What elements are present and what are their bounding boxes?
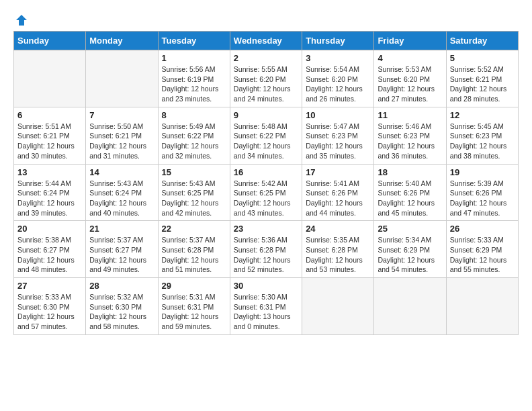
day-info: Sunrise: 5:33 AM Sunset: 6:30 PM Dayligh…: [17, 292, 82, 332]
day-number: 12: [450, 110, 515, 120]
day-number: 17: [306, 167, 370, 177]
header-monday: Monday: [86, 32, 158, 50]
day-info: Sunrise: 5:48 AM Sunset: 6:22 PM Dayligh…: [234, 122, 298, 161]
day-info: Sunrise: 5:37 AM Sunset: 6:28 PM Dayligh…: [162, 235, 226, 275]
day-number: 23: [234, 224, 298, 234]
day-number: 18: [378, 167, 442, 177]
calendar-week-5: 27Sunrise: 5:33 AM Sunset: 6:30 PM Dayli…: [14, 278, 519, 335]
logo: [13, 13, 30, 24]
day-number: 28: [89, 281, 154, 291]
day-info: Sunrise: 5:54 AM Sunset: 6:20 PM Dayligh…: [306, 64, 370, 104]
day-number: 2: [234, 53, 298, 63]
day-info: Sunrise: 5:51 AM Sunset: 6:21 PM Dayligh…: [17, 122, 82, 161]
page-header: [13, 13, 519, 24]
day-number: 10: [306, 110, 370, 120]
day-number: 21: [89, 224, 154, 234]
day-info: Sunrise: 5:56 AM Sunset: 6:19 PM Dayligh…: [162, 64, 226, 104]
day-info: Sunrise: 5:36 AM Sunset: 6:28 PM Dayligh…: [234, 235, 298, 275]
day-number: 30: [234, 281, 298, 291]
calendar-cell: 5Sunrise: 5:52 AM Sunset: 6:21 PM Daylig…: [446, 50, 518, 107]
calendar-cell: 9Sunrise: 5:48 AM Sunset: 6:22 PM Daylig…: [230, 107, 302, 164]
day-info: Sunrise: 5:32 AM Sunset: 6:30 PM Dayligh…: [89, 292, 154, 332]
day-number: 4: [378, 53, 442, 63]
day-info: Sunrise: 5:49 AM Sunset: 6:22 PM Dayligh…: [162, 122, 226, 161]
day-info: Sunrise: 5:52 AM Sunset: 6:21 PM Dayligh…: [450, 64, 515, 104]
day-info: Sunrise: 5:39 AM Sunset: 6:26 PM Dayligh…: [450, 179, 515, 218]
day-info: Sunrise: 5:50 AM Sunset: 6:21 PM Dayligh…: [89, 122, 154, 161]
day-info: Sunrise: 5:38 AM Sunset: 6:27 PM Dayligh…: [17, 235, 82, 275]
day-info: Sunrise: 5:46 AM Sunset: 6:23 PM Dayligh…: [378, 122, 442, 161]
day-number: 16: [234, 167, 298, 177]
calendar-cell: 12Sunrise: 5:45 AM Sunset: 6:23 PM Dayli…: [446, 107, 518, 164]
calendar-cell: 3Sunrise: 5:54 AM Sunset: 6:20 PM Daylig…: [302, 50, 374, 107]
calendar-cell: [86, 50, 158, 107]
day-info: Sunrise: 5:43 AM Sunset: 6:24 PM Dayligh…: [89, 179, 154, 218]
calendar-cell: 24Sunrise: 5:35 AM Sunset: 6:28 PM Dayli…: [302, 221, 374, 278]
day-number: 29: [162, 281, 226, 291]
calendar-header-row: SundayMondayTuesdayWednesdayThursdayFrid…: [14, 32, 519, 50]
day-number: 13: [17, 167, 82, 177]
day-number: 11: [378, 110, 442, 120]
calendar-cell: 19Sunrise: 5:39 AM Sunset: 6:26 PM Dayli…: [446, 164, 518, 221]
header-tuesday: Tuesday: [158, 32, 230, 50]
calendar-cell: 20Sunrise: 5:38 AM Sunset: 6:27 PM Dayli…: [14, 221, 86, 278]
day-number: 1: [162, 53, 226, 63]
header-saturday: Saturday: [446, 32, 518, 50]
day-info: Sunrise: 5:33 AM Sunset: 6:29 PM Dayligh…: [450, 235, 515, 275]
calendar-cell: 10Sunrise: 5:47 AM Sunset: 6:23 PM Dayli…: [302, 107, 374, 164]
calendar-cell: 1Sunrise: 5:56 AM Sunset: 6:19 PM Daylig…: [158, 50, 230, 107]
day-number: 15: [162, 167, 226, 177]
day-info: Sunrise: 5:55 AM Sunset: 6:20 PM Dayligh…: [234, 64, 298, 104]
day-number: 8: [162, 110, 226, 120]
calendar-cell: [446, 278, 518, 335]
day-number: 27: [17, 281, 82, 291]
day-info: Sunrise: 5:40 AM Sunset: 6:26 PM Dayligh…: [378, 179, 442, 218]
calendar-cell: 22Sunrise: 5:37 AM Sunset: 6:28 PM Dayli…: [158, 221, 230, 278]
day-info: Sunrise: 5:42 AM Sunset: 6:25 PM Dayligh…: [234, 179, 298, 218]
calendar-cell: 6Sunrise: 5:51 AM Sunset: 6:21 PM Daylig…: [14, 107, 86, 164]
calendar-cell: 17Sunrise: 5:41 AM Sunset: 6:26 PM Dayli…: [302, 164, 374, 221]
calendar-cell: 29Sunrise: 5:31 AM Sunset: 6:31 PM Dayli…: [158, 278, 230, 335]
calendar-cell: 4Sunrise: 5:53 AM Sunset: 6:20 PM Daylig…: [374, 50, 446, 107]
logo-icon: [15, 13, 28, 27]
calendar-cell: 16Sunrise: 5:42 AM Sunset: 6:25 PM Dayli…: [230, 164, 302, 221]
calendar-week-1: 1Sunrise: 5:56 AM Sunset: 6:19 PM Daylig…: [14, 50, 519, 107]
day-number: 25: [378, 224, 442, 234]
day-info: Sunrise: 5:41 AM Sunset: 6:26 PM Dayligh…: [306, 179, 370, 218]
day-number: 7: [89, 110, 154, 120]
day-info: Sunrise: 5:53 AM Sunset: 6:20 PM Dayligh…: [378, 64, 442, 104]
header-friday: Friday: [374, 32, 446, 50]
calendar-cell: 25Sunrise: 5:34 AM Sunset: 6:29 PM Dayli…: [374, 221, 446, 278]
day-number: 22: [162, 224, 226, 234]
calendar-cell: 14Sunrise: 5:43 AM Sunset: 6:24 PM Dayli…: [86, 164, 158, 221]
header-thursday: Thursday: [302, 32, 374, 50]
day-number: 20: [17, 224, 82, 234]
calendar-cell: 30Sunrise: 5:30 AM Sunset: 6:31 PM Dayli…: [230, 278, 302, 335]
day-info: Sunrise: 5:44 AM Sunset: 6:24 PM Dayligh…: [17, 179, 82, 218]
day-number: 9: [234, 110, 298, 120]
calendar-week-4: 20Sunrise: 5:38 AM Sunset: 6:27 PM Dayli…: [14, 221, 519, 278]
calendar-cell: 8Sunrise: 5:49 AM Sunset: 6:22 PM Daylig…: [158, 107, 230, 164]
day-number: 26: [450, 224, 515, 234]
day-info: Sunrise: 5:30 AM Sunset: 6:31 PM Dayligh…: [234, 292, 298, 332]
calendar-cell: 26Sunrise: 5:33 AM Sunset: 6:29 PM Dayli…: [446, 221, 518, 278]
calendar-cell: 21Sunrise: 5:37 AM Sunset: 6:27 PM Dayli…: [86, 221, 158, 278]
svg-marker-0: [16, 15, 27, 26]
day-number: 19: [450, 167, 515, 177]
day-info: Sunrise: 5:31 AM Sunset: 6:31 PM Dayligh…: [162, 292, 226, 332]
calendar-cell: 27Sunrise: 5:33 AM Sunset: 6:30 PM Dayli…: [14, 278, 86, 335]
day-info: Sunrise: 5:34 AM Sunset: 6:29 PM Dayligh…: [378, 235, 442, 275]
calendar-cell: 23Sunrise: 5:36 AM Sunset: 6:28 PM Dayli…: [230, 221, 302, 278]
calendar-cell: [374, 278, 446, 335]
day-number: 5: [450, 53, 515, 63]
day-info: Sunrise: 5:43 AM Sunset: 6:25 PM Dayligh…: [162, 179, 226, 218]
day-number: 14: [89, 167, 154, 177]
day-info: Sunrise: 5:45 AM Sunset: 6:23 PM Dayligh…: [450, 122, 515, 161]
calendar-week-2: 6Sunrise: 5:51 AM Sunset: 6:21 PM Daylig…: [14, 107, 519, 164]
calendar-week-3: 13Sunrise: 5:44 AM Sunset: 6:24 PM Dayli…: [14, 164, 519, 221]
calendar-cell: 11Sunrise: 5:46 AM Sunset: 6:23 PM Dayli…: [374, 107, 446, 164]
day-number: 6: [17, 110, 82, 120]
calendar-cell: 7Sunrise: 5:50 AM Sunset: 6:21 PM Daylig…: [86, 107, 158, 164]
day-info: Sunrise: 5:37 AM Sunset: 6:27 PM Dayligh…: [89, 235, 154, 275]
calendar-cell: 2Sunrise: 5:55 AM Sunset: 6:20 PM Daylig…: [230, 50, 302, 107]
